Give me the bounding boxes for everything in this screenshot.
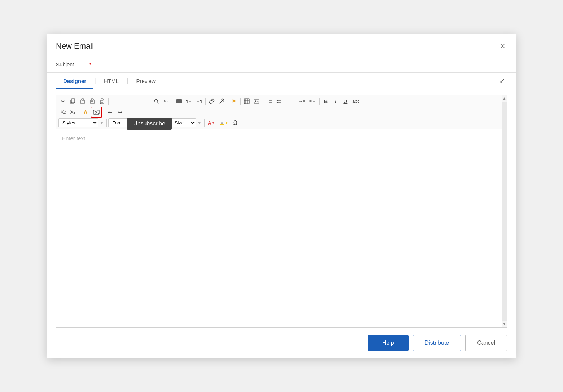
unsubscribe-button[interactable] [91,107,102,118]
subscript-button[interactable]: X2 [58,107,68,117]
dialog-footer: Help Distribute Cancel [47,328,516,358]
svg-rect-29 [176,99,182,103]
scrollbar-track[interactable] [502,102,507,321]
styles-select[interactable]: Styles Normal Heading 1 Heading 2 [58,118,98,127]
outdent-button[interactable]: ≡← [307,97,318,106]
size-select[interactable]: Size 8 10 12 14 16 18 24 [171,118,196,127]
tab-preview[interactable]: Preview [129,73,162,89]
svg-line-27 [157,102,159,103]
find-button[interactable] [152,97,161,106]
text-color-btn[interactable]: A [81,107,90,117]
italic-button[interactable]: I [331,97,340,106]
svg-point-26 [155,99,158,102]
tab-sep-2: | [127,77,128,84]
svg-rect-4 [91,100,94,104]
unlink-button[interactable] [217,97,226,106]
superscript-button[interactable]: X2 [68,107,78,117]
required-indicator: * [89,61,91,67]
toolbar-row-3: Styles Normal Heading 1 Heading 2 ▼ Font… [58,118,505,128]
sep1 [108,98,109,105]
toolbar-row-1: ✂ W [58,97,505,106]
toolbar: ✂ W [56,95,507,129]
block-quote-button[interactable] [284,97,293,106]
find-replace-button[interactable]: a→b [162,97,171,106]
subject-value: --- [97,61,102,67]
tabs-row: Designer | HTML | Preview ⤢ [47,73,516,89]
bold-button[interactable]: B [321,97,331,106]
paragraph-ltr-button[interactable]: ¶→ [184,97,194,106]
subject-label: Subject [56,61,85,67]
sep6 [240,98,241,105]
cancel-button[interactable]: Cancel [465,335,507,351]
sep8 [295,98,295,105]
scroll-down[interactable]: ▼ [502,321,507,327]
sep9 [319,98,320,105]
subject-row: Subject * --- [47,56,516,73]
undo-button[interactable]: ↩ [105,107,115,117]
align-justify-button[interactable] [139,97,149,106]
sep2 [150,98,150,105]
toolbar-row-2: X2 X2 A ↩ ↪ [58,107,505,118]
sep10 [79,109,79,116]
scrollbar[interactable]: ▲ ▼ [502,95,507,327]
align-left-button[interactable] [110,97,119,106]
editor-placeholder: Enter text... [62,135,90,141]
paste-button[interactable] [78,97,87,106]
paragraph-rtl-button[interactable]: ←¶ [194,97,204,106]
sep12 [106,119,107,127]
svg-point-42 [277,100,278,100]
editor-area: ✂ W [56,95,507,328]
strikethrough-button[interactable]: abc [350,97,362,106]
copy-button[interactable] [68,97,78,106]
svg-rect-31 [244,99,249,104]
svg-line-52 [94,110,99,114]
unordered-list-button[interactable] [274,97,284,106]
scroll-up[interactable]: ▲ [502,95,507,102]
sep11 [104,109,104,116]
svg-point-44 [277,102,278,102]
link-button[interactable] [207,97,217,106]
highlight-btn[interactable]: ▼ [217,118,230,128]
sep13 [169,119,169,127]
image-button[interactable] [252,97,261,106]
font-color-btn[interactable]: A▼ [206,118,217,128]
redo-button[interactable]: ↪ [115,107,125,117]
table-button[interactable] [242,97,252,106]
svg-text:a→b: a→b [164,99,169,103]
ordered-list-button[interactable]: 1.2. [265,97,274,106]
paste-plain-button[interactable] [88,97,97,106]
tabs-container: Designer | HTML | Preview [56,73,163,89]
sep3 [173,98,173,105]
sep14 [204,119,205,127]
special-char-btn[interactable]: Ω [231,118,240,128]
tab-html[interactable]: HTML [97,73,126,89]
cut-button[interactable]: ✂ [58,97,68,106]
svg-text:W: W [101,101,103,103]
svg-point-37 [255,100,256,101]
svg-rect-53 [220,124,224,125]
flag-button[interactable]: ⚑ [230,97,239,106]
help-button[interactable]: Help [368,335,409,351]
svg-text:2.: 2. [267,101,268,103]
sep7 [263,98,263,105]
tab-sep-1: | [94,77,96,84]
align-right-button[interactable] [130,97,139,106]
align-center-button[interactable] [120,97,129,106]
paste-word-button[interactable]: W [97,97,107,106]
close-button[interactable]: × [498,41,507,52]
tab-designer[interactable]: Designer [56,73,93,89]
font-select[interactable]: Font Arial Times New Roman Courier New [108,118,161,127]
svg-rect-36 [254,99,259,103]
distribute-button[interactable]: Distribute [413,335,461,351]
underline-button[interactable]: U [341,97,350,106]
dialog-header: New Email × [47,34,516,56]
sep4 [205,98,206,105]
source-button[interactable] [174,97,184,106]
new-email-dialog: New Email × Subject * --- Designer | HTM… [47,34,516,358]
dialog-title: New Email [56,41,94,51]
svg-marker-54 [221,121,223,124]
expand-icon[interactable]: ⤢ [497,75,507,87]
sep5 [228,98,228,105]
indent-button[interactable]: →≡ [297,97,307,106]
editor-text-area[interactable]: Enter text... [56,129,507,327]
